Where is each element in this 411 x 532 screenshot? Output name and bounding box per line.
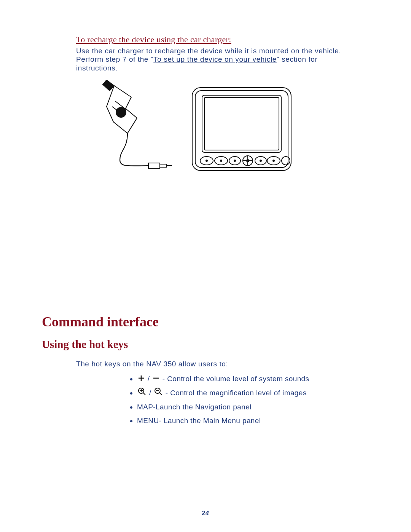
paragraph-link: To set up the device on your vehicle bbox=[153, 55, 277, 63]
bullet-text: - Control the volume level of system sou… bbox=[160, 375, 309, 383]
svg-point-0 bbox=[116, 107, 126, 117]
svg-point-21 bbox=[260, 160, 261, 161]
heading-using-hot-keys: Using the hot keys bbox=[42, 338, 369, 351]
page-number-rule bbox=[201, 509, 210, 509]
list-item: / - Control the magnification level of i… bbox=[137, 386, 369, 400]
svg-rect-2 bbox=[160, 164, 167, 167]
svg-line-27 bbox=[143, 393, 145, 395]
svg-point-19 bbox=[220, 160, 222, 161]
list-item: MAP-Launch the Navigation panel bbox=[137, 400, 369, 414]
hotkeys-list: / - Control the volume level of system s… bbox=[137, 372, 369, 428]
plus-icon bbox=[138, 372, 145, 386]
device-front-icon bbox=[188, 84, 295, 177]
section-subheading: To recharge the device using the car cha… bbox=[76, 35, 369, 45]
list-item: MENU- Launch the Main Menu panel bbox=[137, 414, 369, 428]
minus-icon bbox=[153, 372, 159, 386]
svg-rect-1 bbox=[148, 163, 160, 168]
svg-point-20 bbox=[234, 160, 236, 161]
page-number-block: 24 bbox=[201, 509, 210, 517]
svg-point-22 bbox=[273, 160, 274, 161]
zoom-in-icon bbox=[138, 387, 146, 400]
sep-text: / bbox=[147, 389, 153, 397]
figure-row bbox=[91, 80, 369, 177]
svg-line-31 bbox=[159, 393, 162, 395]
bullet-text: - Control the magnification level of ima… bbox=[163, 389, 307, 397]
svg-rect-4 bbox=[192, 88, 291, 171]
heading-command-interface: Command interface bbox=[42, 314, 369, 330]
svg-point-18 bbox=[206, 160, 207, 161]
list-item: / - Control the volume level of system s… bbox=[137, 372, 369, 386]
hotkeys-intro: The hot keys on the NAV 350 allow users … bbox=[76, 360, 369, 368]
zoom-out-icon bbox=[154, 387, 162, 400]
page-number: 24 bbox=[202, 510, 209, 516]
sep-text: / bbox=[145, 375, 152, 383]
bullet-text: MAP-Launch the Navigation panel bbox=[137, 403, 252, 411]
paragraph-recharge: Use the car charger to recharge the devi… bbox=[76, 47, 354, 72]
top-rule bbox=[42, 23, 369, 23]
bullet-text: MENU- Launch the Main Menu panel bbox=[137, 417, 261, 425]
car-charger-icon bbox=[91, 80, 177, 177]
